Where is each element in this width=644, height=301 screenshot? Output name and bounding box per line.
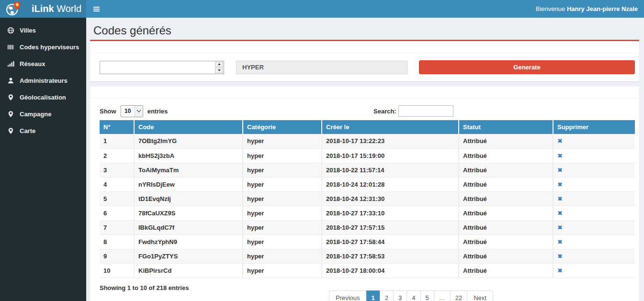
code-cell: nYRIsDjEew (134, 177, 243, 191)
status-cell: Attribué (459, 148, 553, 163)
delete-icon[interactable]: ✖ (557, 152, 563, 159)
code-cell: FwdhzYphN9 (134, 234, 243, 249)
status-cell: Attribué (459, 134, 553, 148)
table-row: 1 7OBtg2lmYG hyper 2018-10-17 13:22:23 A… (100, 134, 635, 148)
table-row: 3 ToAiMymaTm hyper 2018-10-22 11:57:14 A… (100, 163, 635, 177)
category-input: HYPER (236, 61, 407, 74)
delete-icon[interactable]: ✖ (557, 210, 563, 217)
sidebar-toggle-icon[interactable] (86, 0, 106, 18)
quantity-field[interactable] (100, 61, 224, 74)
svg-text:$: $ (16, 3, 18, 7)
status-cell: Attribué (459, 263, 553, 278)
column-header[interactable]: Catégorie (243, 120, 322, 134)
delete-icon[interactable]: ✖ (557, 224, 563, 231)
created-date-cell: 2018-10-27 17:58:44 (322, 234, 459, 249)
delete-icon[interactable]: ✖ (557, 267, 563, 274)
column-header[interactable]: Statut (459, 120, 553, 134)
code-cell: ToAiMymaTm (134, 163, 243, 177)
column-header[interactable]: Créer le (322, 120, 459, 134)
pagination-page-5[interactable]: 5 (420, 290, 434, 301)
category-cell: hyper (243, 220, 322, 234)
sidebar-item-reseaux[interactable]: Réseaux (0, 56, 86, 72)
page-title: Codes générés (93, 24, 636, 37)
table-row: 5 tD1EvqNzIj hyper 2018-10-24 12:31:30 A… (100, 191, 635, 206)
column-header[interactable]: Supprimer (553, 120, 635, 134)
page-length-select[interactable]: 10 (121, 105, 143, 117)
column-header[interactable]: N° (100, 120, 134, 134)
code-cell: kbHS2j3zbA (134, 148, 243, 163)
spinner-down-icon[interactable] (215, 67, 223, 73)
top-bar: $ iLink World Bienvenue Hanry Jean-pierr… (0, 0, 644, 18)
row-number-cell: 3 (100, 163, 134, 177)
category-cell: hyper (243, 177, 322, 191)
user-welcome[interactable]: Bienvenue Hanry Jean-pierre Nzale (536, 5, 644, 12)
code-cell: 78fCaUXZ9S (134, 206, 243, 220)
quantity-input[interactable] (100, 61, 224, 74)
brand-title: iLink World (32, 3, 81, 14)
table-row: 2 kbHS2j3zbA hyper 2018-10-17 15:19:00 A… (100, 148, 635, 163)
status-cell: Attribué (459, 220, 553, 234)
row-number-cell: 5 (100, 191, 134, 206)
search-input[interactable] (398, 105, 453, 117)
spinner-up-icon[interactable] (215, 62, 223, 67)
app-logo[interactable]: $ iLink World (0, 0, 86, 18)
created-date-cell: 2018-10-17 13:22:23 (322, 134, 459, 148)
pagination-previous[interactable]: Previous (329, 290, 367, 301)
pagination: Previous12345…22Next (329, 290, 493, 301)
navbar: Bienvenue Hanry Jean-pierre Nzale (86, 0, 644, 18)
delete-icon[interactable]: ✖ (557, 181, 563, 188)
sidebar-item-campagne[interactable]: Campagne (0, 106, 86, 123)
row-number-cell: 10 (100, 263, 134, 278)
pagination-page-4[interactable]: 4 (407, 290, 420, 301)
user-icon (7, 77, 15, 84)
form-row: HYPER Generate (90, 53, 639, 81)
table-row: 8 FwdhzYphN9 hyper 2018-10-27 17:58:44 A… (100, 234, 635, 249)
delete-icon[interactable]: ✖ (557, 137, 563, 145)
delete-icon[interactable]: ✖ (557, 195, 563, 202)
pagination-next[interactable]: Next (467, 290, 493, 301)
sidebar-item-label: Carte (20, 127, 35, 134)
sidebar-item-villes[interactable]: Villes (0, 22, 86, 39)
pagination-page-2[interactable]: 2 (380, 290, 394, 301)
category-cell: hyper (243, 249, 322, 263)
category-cell: hyper (243, 163, 322, 177)
delete-icon[interactable]: ✖ (557, 167, 563, 174)
category-cell: hyper (243, 134, 322, 148)
pagination-page-22[interactable]: 22 (450, 290, 467, 301)
row-number-cell: 7 (100, 220, 134, 234)
page-length-value: 10 (121, 108, 135, 114)
search-label: Search: (373, 108, 396, 115)
sidebar-item-carte[interactable]: Carte (0, 123, 86, 139)
map-marker-icon (7, 111, 15, 118)
globe-pin-logo-icon: $ (6, 1, 22, 17)
sidebar-item-codes-hyperviseurs[interactable]: Codes hyperviseurs (0, 39, 86, 56)
status-cell: Attribué (459, 249, 553, 263)
table-row: 10 KiBPirsrCd hyper 2018-10-27 18:00:04 … (100, 263, 635, 278)
delete-icon[interactable]: ✖ (557, 238, 563, 245)
code-cell: KiBPirsrCd (134, 263, 243, 278)
created-date-cell: 2018-10-24 12:01:28 (322, 177, 459, 191)
sidebar-item-geolocalisation[interactable]: Géolocalisation (0, 89, 86, 106)
sidebar-item-label: Villes (20, 27, 36, 34)
row-number-cell: 1 (100, 134, 134, 148)
created-date-cell: 2018-10-24 12:31:30 (322, 191, 459, 206)
category-cell: hyper (243, 148, 322, 163)
created-date-cell: 2018-10-17 15:19:00 (322, 148, 459, 163)
generate-button[interactable]: Generate (419, 60, 635, 74)
status-cell: Attribué (459, 177, 553, 191)
sidebar-menu: Villes Codes hyperviseurs Réseaux Admini… (0, 18, 86, 301)
table-box-header (90, 87, 639, 98)
pagination-page-1[interactable]: 1 (366, 290, 380, 301)
created-date-cell: 2018-10-27 18:00:04 (322, 263, 459, 278)
sidebar-item-administrateurs[interactable]: Administrateurs (0, 72, 86, 89)
code-cell: FGo1PyZTYS (134, 249, 243, 263)
status-cell: Attribué (459, 234, 553, 249)
pagination-ellipsis: … (434, 290, 451, 301)
codes-table-panel: Show 10 entries Search: N°CodeCatégorieC… (90, 87, 639, 301)
table-body: 1 7OBtg2lmYG hyper 2018-10-17 13:22:23 A… (100, 134, 635, 278)
delete-icon[interactable]: ✖ (557, 253, 563, 260)
sidebar-item-label: Administrateurs (20, 77, 68, 84)
pagination-page-3[interactable]: 3 (393, 290, 407, 301)
created-date-cell: 2018-10-27 17:58:53 (322, 249, 459, 263)
column-header[interactable]: Code (134, 120, 243, 134)
